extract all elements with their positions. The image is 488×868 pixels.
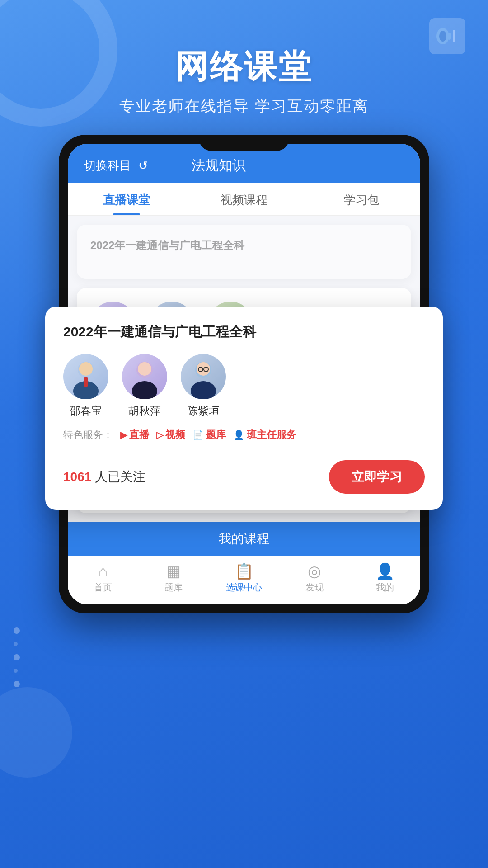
- nav-question-bank[interactable]: ▦ 题库: [138, 563, 209, 594]
- bottom-nav: ⌂ 首页 ▦ 题库 📋 选课中心 ◎ 发现 👤 我的: [68, 556, 420, 604]
- profile-icon: 👤: [375, 563, 394, 579]
- nav-profile[interactable]: 👤 我的: [350, 563, 420, 594]
- floating-course-card: 2022年一建通信与广电工程全科 邵春宝: [45, 307, 443, 510]
- nav-home-label: 首页: [94, 581, 112, 594]
- study-button-floating[interactable]: 立即学习: [329, 460, 425, 494]
- discover-icon: ◎: [308, 563, 321, 579]
- speaker-icon: [429, 18, 465, 54]
- phone-container: 切换科目 ↺ 法规知识 直播课堂 视频课程 学习包 2022年一建通信与广电工程…: [59, 135, 429, 613]
- dot-2: [14, 642, 18, 646]
- dot-1: [14, 627, 20, 634]
- video-icon: ▷: [156, 429, 163, 440]
- avatar-shao: [63, 354, 108, 399]
- nav-home[interactable]: ⌂ 首页: [68, 563, 138, 594]
- teacher-item-3: 陈紫垣: [181, 354, 226, 418]
- service-live-floating: ▶ 直播: [120, 428, 149, 442]
- switch-subject-button[interactable]: 切换科目: [84, 158, 131, 174]
- dot-4: [14, 669, 18, 673]
- avatar-hu-floating: [122, 354, 167, 399]
- nav-course-label: 选课中心: [226, 581, 262, 594]
- service-teacher-floating: 👤 班主任服务: [233, 428, 296, 442]
- teacher-name-1-1: 邵春宝: [70, 404, 102, 418]
- tab-live-classroom[interactable]: 直播课堂: [68, 183, 185, 215]
- tab-video-courses[interactable]: 视频课程: [185, 183, 303, 215]
- svg-point-16: [79, 362, 93, 376]
- live-icon: ▶: [120, 429, 127, 440]
- svg-point-2: [439, 31, 446, 42]
- svg-point-20: [138, 362, 151, 376]
- teacher-name-1-2: 胡秋萍: [128, 404, 161, 418]
- course-title-1: 2022年一建通信与广电工程全科: [90, 238, 398, 253]
- services-label-floating: 特色服务：: [63, 428, 113, 442]
- nav-qbank-label: 题库: [164, 581, 183, 594]
- nav-profile-label: 我的: [376, 581, 394, 594]
- floating-teachers-row: 邵春宝 胡秋萍: [63, 354, 425, 418]
- course-card-1: 2022年一建通信与广电工程全科: [77, 225, 411, 279]
- dot-5: [14, 681, 20, 687]
- course-center-icon: 📋: [235, 563, 253, 579]
- svg-point-22: [191, 381, 216, 399]
- service-video-floating: ▷ 视频: [156, 428, 185, 442]
- dot-3: [14, 654, 20, 660]
- refresh-icon[interactable]: ↺: [138, 159, 148, 173]
- course-subject-title: 法规知识: [192, 156, 246, 175]
- question-icon: 📄: [192, 429, 204, 440]
- page-title: 网络课堂: [0, 45, 488, 89]
- services-row-floating: 特色服务： ▶ 直播 ▷ 视频 📄 题库 👤 班主任服务: [63, 428, 425, 452]
- my-course-bar[interactable]: 我的课程: [68, 522, 420, 556]
- svg-rect-4: [453, 30, 455, 42]
- question-bank-icon: ▦: [166, 563, 181, 579]
- floating-card-title: 2022年一建通信与广电工程全科: [63, 323, 425, 341]
- phone-notch: [199, 135, 289, 151]
- teacher-item-2: 胡秋萍: [122, 354, 167, 418]
- course-tabs: 直播课堂 视频课程 学习包: [68, 183, 420, 216]
- svg-rect-3: [448, 33, 451, 40]
- home-icon: ⌂: [99, 563, 108, 579]
- avatar-chen-floating: [181, 354, 226, 399]
- svg-rect-17: [84, 377, 88, 387]
- page-subtitle: 专业老师在线指导 学习互动零距离: [0, 96, 488, 117]
- tab-study-pack[interactable]: 学习包: [303, 183, 420, 215]
- svg-point-19: [132, 381, 157, 399]
- nav-discover-label: 发现: [305, 581, 324, 594]
- nav-discover[interactable]: ◎ 发现: [279, 563, 350, 594]
- teacher-mgmt-icon: 👤: [233, 429, 244, 440]
- deco-dots: [14, 627, 20, 687]
- follower-count-floating: 1061 人已关注: [63, 468, 145, 486]
- header-section: 网络课堂 专业老师在线指导 学习互动零距离: [0, 0, 488, 135]
- teacher-name-1-3: 陈紫垣: [187, 404, 220, 418]
- service-question-floating: 📄 题库: [192, 428, 226, 442]
- teacher-item-1: 邵春宝: [63, 354, 108, 418]
- nav-course-center[interactable]: 📋 选课中心: [209, 563, 279, 594]
- floating-card-footer: 1061 人已关注 立即学习: [63, 460, 425, 494]
